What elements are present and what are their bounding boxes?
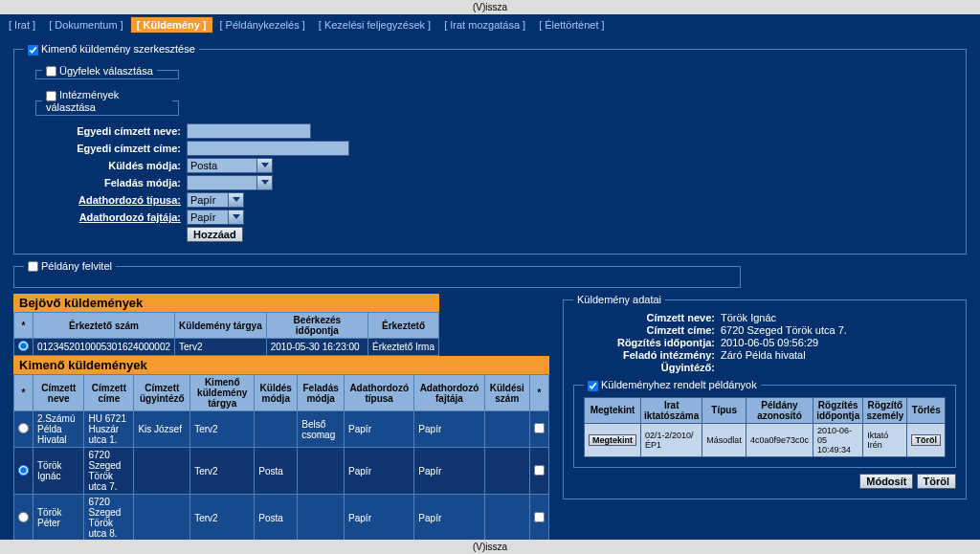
outgoing-row-radio[interactable] bbox=[18, 465, 29, 476]
cell-rectime: 2010-06-05 10:49:34 bbox=[813, 423, 863, 456]
tab-peldanykezeles[interactable]: [ Példánykezelés ] bbox=[213, 16, 312, 33]
tab-dokumentum[interactable]: [ Dokumentum ] bbox=[42, 16, 130, 33]
outgoing-row-radio[interactable] bbox=[18, 423, 29, 433]
col-type[interactable]: Típus bbox=[702, 397, 746, 423]
tab-elettortenet[interactable]: [ Élettörténet ] bbox=[532, 16, 611, 33]
clients-checkbox[interactable] bbox=[46, 66, 56, 77]
institutions-fieldset: Intézmények választása bbox=[35, 89, 179, 116]
cell-addr: 6720 Szeged Török utca 7. bbox=[84, 448, 134, 495]
cell-clerk: Kis József bbox=[134, 411, 190, 448]
cell-postm bbox=[298, 448, 345, 495]
col-iktat[interactable]: Irat iktatószáma bbox=[641, 397, 702, 423]
outgoing-edit-title: Kimenő küldemény szerkesztése bbox=[41, 43, 195, 55]
cell-sendm: Posta bbox=[255, 448, 298, 495]
col-registrar[interactable]: Érkeztető bbox=[368, 313, 438, 339]
col-addr[interactable]: Címzett címe bbox=[84, 375, 134, 411]
copy-legend: Példány felvitel bbox=[24, 260, 116, 273]
incoming-row-radio[interactable] bbox=[18, 341, 29, 351]
col-sendm[interactable]: Küldés módja bbox=[255, 375, 298, 411]
cell-recby: Iktató Irén bbox=[863, 423, 907, 456]
col-copyid[interactable]: Példány azonosító bbox=[746, 397, 813, 423]
lbl-d-addr: Címzett címe: bbox=[573, 324, 721, 336]
cell-mkind: Papír bbox=[414, 411, 484, 448]
lbl-d-name: Címzett neve: bbox=[573, 312, 721, 323]
chevron-down-icon bbox=[256, 159, 272, 172]
cell-mtype: Papír bbox=[345, 495, 414, 542]
tab-mozgatasa[interactable]: [ Irat mozgatása ] bbox=[437, 16, 532, 33]
cell-subject: Terv2 bbox=[175, 339, 267, 356]
lbl-post-mode: Feladás módja: bbox=[24, 177, 187, 188]
cell-sendnum bbox=[484, 495, 529, 542]
col-reg[interactable]: Érkeztető szám bbox=[33, 313, 175, 339]
back-label-bottom[interactable]: (V)issza bbox=[473, 542, 507, 552]
modify-button[interactable]: Módosít bbox=[859, 474, 913, 489]
assigned-copies-checkbox[interactable] bbox=[588, 381, 598, 391]
col-name[interactable]: Címzett neve bbox=[33, 375, 84, 411]
cell-sendnum bbox=[484, 411, 529, 448]
cell-subj: Terv2 bbox=[190, 448, 255, 495]
table-row[interactable]: Török Péter 6720 Szeged Török utca 8. Te… bbox=[14, 495, 549, 542]
main-content: Kimenő küldemény szerkesztése Ügyfelek v… bbox=[0, 33, 980, 551]
chevron-down-icon bbox=[256, 176, 272, 189]
assigned-copies-fieldset: Küldeményhez rendelt példányok Megtekint… bbox=[573, 379, 956, 468]
outgoing-edit-checkbox[interactable] bbox=[28, 45, 38, 55]
val-d-addr: 6720 Szeged Török utca 7. bbox=[721, 324, 847, 336]
tab-irat[interactable]: [ Irat ] bbox=[2, 16, 42, 33]
view-button[interactable]: Megtekint bbox=[589, 434, 636, 446]
post-mode-select[interactable] bbox=[187, 175, 273, 190]
recipient-addr-input[interactable] bbox=[187, 141, 349, 156]
institutions-checkbox[interactable] bbox=[46, 91, 56, 101]
outgoing-row-checkbox[interactable] bbox=[534, 465, 545, 476]
bottom-bar: (V)issza bbox=[0, 540, 980, 554]
lbl-media-kind[interactable]: Adathordozó fajtája: bbox=[24, 211, 187, 223]
col-arrival[interactable]: Beérkezés időpontja bbox=[266, 313, 368, 339]
tab-kuldemeny[interactable]: [ Küldemény ] bbox=[130, 16, 213, 33]
col-rectime[interactable]: Rögzítés időpontja bbox=[813, 397, 863, 423]
top-bar: (V)issza bbox=[0, 0, 980, 14]
table-row[interactable]: 0123452010005301624000002 Terv2 2010-05-… bbox=[14, 339, 439, 356]
outgoing-edit-legend: Kimenő küldemény szerkesztése bbox=[24, 43, 199, 55]
cell-registrar: Érkeztető Irma bbox=[368, 339, 438, 356]
cell-sendm: Posta bbox=[255, 495, 298, 542]
col-mkind[interactable]: Adathordozó fajtája bbox=[414, 375, 484, 411]
clients-label: Ügyfelek választása bbox=[59, 65, 153, 77]
lbl-recipient-name: Egyedi címzett neve: bbox=[24, 125, 187, 137]
col-sendnum[interactable]: Küldési szám bbox=[484, 375, 529, 411]
lbl-send-mode: Küldés módja: bbox=[24, 160, 187, 171]
cell-postm bbox=[298, 495, 345, 542]
media-kind-value: Papír bbox=[190, 211, 215, 223]
media-kind-select[interactable]: Papír bbox=[187, 210, 244, 225]
cell-subj: Terv2 bbox=[190, 495, 255, 542]
table-row[interactable]: Török Ignác 6720 Szeged Török utca 7. Te… bbox=[14, 448, 549, 495]
col-clerk[interactable]: Címzett ügyintéző bbox=[134, 375, 190, 411]
media-type-value: Papír bbox=[190, 194, 215, 206]
clients-fieldset: Ügyfelek választása bbox=[35, 65, 179, 80]
delete-button[interactable]: Töröl bbox=[917, 474, 957, 489]
col-subj[interactable]: Kimenő küldemény tárgya bbox=[190, 375, 255, 411]
tab-bar: [ Irat ] [ Dokumentum ] [ Küldemény ] [ … bbox=[0, 14, 980, 33]
col-del: Törlés bbox=[907, 397, 946, 423]
col-recby[interactable]: Rögzítő személy bbox=[863, 397, 907, 423]
media-type-select[interactable]: Papír bbox=[187, 192, 244, 208]
back-label-top[interactable]: (V)issza bbox=[473, 2, 507, 12]
copy-checkbox[interactable] bbox=[28, 261, 38, 272]
send-mode-value: Posta bbox=[190, 160, 217, 171]
table-row: Megtekint 02/1-2/2010/ÉP1 Másodlat 4c0a0… bbox=[585, 423, 946, 456]
lbl-media-type[interactable]: Adathordozó típusa: bbox=[24, 194, 187, 206]
outgoing-row-radio[interactable] bbox=[18, 512, 29, 522]
incoming-table: * Érkeztető szám Küldemény tárgya Beérke… bbox=[13, 312, 439, 356]
recipient-name-input[interactable] bbox=[187, 123, 311, 139]
outgoing-row-checkbox[interactable] bbox=[534, 423, 545, 433]
send-mode-select[interactable]: Posta bbox=[187, 158, 273, 173]
cell-name: Török Ignác bbox=[33, 448, 84, 495]
table-row[interactable]: 2.Számú Példa Hivatal HU 6721 Huszár utc… bbox=[14, 411, 549, 448]
col-postm[interactable]: Feladás módja bbox=[298, 375, 345, 411]
tab-kezelesi[interactable]: [ Kezelési feljegyzések ] bbox=[312, 16, 437, 33]
col-view: Megtekint bbox=[585, 397, 641, 423]
outgoing-row-checkbox[interactable] bbox=[534, 512, 545, 522]
add-button[interactable]: Hozzáad bbox=[187, 227, 243, 242]
lbl-recipient-addr: Egyedi címzett címe: bbox=[24, 143, 187, 154]
col-mtype[interactable]: Adathordozó típusa bbox=[345, 375, 414, 411]
row-delete-button[interactable]: Töröl bbox=[911, 434, 941, 446]
col-subject[interactable]: Küldemény tárgya bbox=[175, 313, 267, 339]
